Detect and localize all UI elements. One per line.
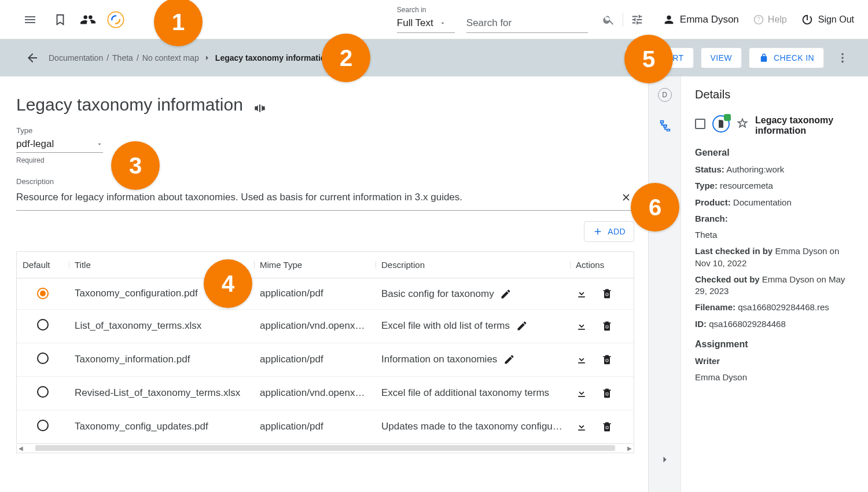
type-field: Type pdf-legal Required: [16, 126, 634, 164]
details-checkbox[interactable]: [695, 119, 705, 129]
help-button[interactable]: ? Help: [753, 14, 787, 25]
back-button[interactable]: [21, 46, 44, 69]
rename-icon[interactable]: [252, 101, 267, 116]
default-radio[interactable]: [37, 353, 49, 364]
download-button[interactable]: [576, 387, 587, 399]
more-vertical-icon: [836, 52, 849, 64]
row-description: Basic config for taxonomy: [376, 278, 570, 310]
row-mime: application/pdf: [254, 410, 376, 443]
rail-references-tab[interactable]: [656, 116, 674, 134]
table-row: Revised-List_of_taxonomy_terms.xlsx appl…: [17, 376, 634, 410]
star-icon: [737, 118, 748, 129]
edit-description-button[interactable]: [500, 288, 512, 300]
row-title: Revised-List_of_taxonomy_terms.xlsx: [69, 376, 254, 410]
row-mime: application/pdf: [254, 343, 376, 376]
type-value: pdf-legal: [16, 138, 54, 150]
svg-point-3: [841, 53, 844, 56]
details-title: Details: [695, 88, 854, 101]
crumb-context-map[interactable]: No context map: [142, 53, 199, 63]
search-input[interactable]: [466, 14, 588, 33]
view-button[interactable]: VIEW: [701, 47, 742, 68]
arrow-left-icon: [25, 51, 39, 65]
writer-value: Emma Dyson: [695, 372, 854, 383]
content-area: Legacy taxonomy information Type pdf-leg…: [0, 76, 648, 492]
delete-button[interactable]: [601, 288, 613, 299]
delete-button[interactable]: [601, 354, 613, 365]
collapse-panel-button[interactable]: [656, 450, 674, 469]
col-description[interactable]: Description: [376, 252, 570, 278]
help-icon: ?: [753, 14, 764, 25]
default-radio[interactable]: [37, 420, 49, 431]
group-icon[interactable]: [76, 8, 100, 31]
hamburger-menu-icon[interactable]: [19, 8, 42, 31]
right-rail: D: [649, 76, 681, 492]
signout-label: Sign Out: [818, 14, 854, 25]
row-mime: application/pdf: [254, 278, 376, 310]
edit-description-button[interactable]: [516, 320, 528, 332]
table-row: Taxonomy_config_updates.pdf application/…: [17, 410, 634, 443]
default-radio[interactable]: [37, 288, 49, 299]
delete-button[interactable]: [601, 387, 613, 399]
search-in-field[interactable]: Search in Full Text: [397, 6, 455, 33]
row-title: Taxonomy_configuration.pdf: [69, 278, 254, 310]
col-actions: Actions: [570, 252, 634, 278]
download-button[interactable]: [576, 320, 587, 332]
default-radio[interactable]: [37, 319, 49, 331]
edit-description-button[interactable]: [503, 354, 515, 365]
app-logo-icon[interactable]: [104, 8, 127, 31]
power-icon: [801, 13, 814, 26]
row-mime: application/vnd.openx…: [254, 309, 376, 343]
favorite-button[interactable]: [737, 118, 748, 129]
delete-button[interactable]: [601, 421, 613, 432]
signout-button[interactable]: Sign Out: [801, 13, 854, 26]
view-label: VIEW: [711, 53, 732, 63]
tune-icon[interactable]: [626, 8, 649, 31]
bookmark-icon[interactable]: [49, 8, 72, 31]
col-mime[interactable]: Mime Type: [254, 252, 376, 278]
col-title[interactable]: Title: [69, 252, 254, 278]
download-button[interactable]: [576, 421, 587, 432]
user-chip[interactable]: Emma Dyson: [663, 13, 739, 26]
top-bar: Search in Full Text Emma Dyson ? Help Si…: [0, 0, 868, 39]
checkin-button[interactable]: CHECK IN: [749, 47, 824, 68]
search-icon[interactable]: [597, 8, 620, 31]
crumb-theta[interactable]: Theta: [112, 53, 133, 63]
right-panel: D Details Legacy taxonomy information: [648, 76, 868, 492]
svg-text:?: ?: [757, 16, 760, 23]
default-radio[interactable]: [37, 386, 49, 398]
dropdown-icon: [439, 20, 446, 27]
add-button[interactable]: ADD: [584, 221, 634, 242]
download-button[interactable]: [576, 354, 587, 365]
row-description: Excel file with old list of terms: [376, 309, 570, 343]
context-bar: Documentation / Theta / No context map L…: [0, 39, 868, 76]
svg-point-5: [841, 61, 844, 63]
history-icon: [635, 53, 645, 63]
row-title: Taxonomy_config_updates.pdf: [69, 410, 254, 443]
type-select[interactable]: pdf-legal: [16, 135, 103, 153]
role-label: Writer: [695, 356, 720, 366]
chevron-right-icon: [203, 53, 212, 63]
description-text[interactable]: Resource for legacy information about ta…: [16, 192, 618, 203]
rail-details-tab[interactable]: D: [656, 86, 674, 104]
horizontal-scrollbar[interactable]: ◀▶: [16, 444, 634, 453]
revert-button[interactable]: REVERT: [625, 47, 694, 68]
assignment-section-label: Assignment: [695, 339, 854, 350]
col-default[interactable]: Default: [17, 252, 69, 278]
search-area: Search in Full Text: [397, 6, 588, 33]
details-panel: Details Legacy taxonomy information Gene…: [681, 76, 868, 492]
description-field: Description Resource for legacy informat…: [16, 177, 634, 211]
doc-type-icon: [712, 115, 730, 133]
page-title: Legacy taxonomy information: [16, 95, 243, 115]
download-button[interactable]: [576, 288, 587, 299]
lock-icon: [759, 53, 769, 63]
delete-button[interactable]: [601, 320, 613, 332]
table-row: Taxonomy_information.pdf application/pdf…: [17, 343, 634, 376]
user-name: Emma Dyson: [680, 14, 739, 25]
search-in-value: Full Text: [397, 17, 433, 29]
table-row: Taxonomy_configuration.pdf application/p…: [17, 278, 634, 310]
search-in-label: Search in: [397, 6, 455, 14]
clear-description-button[interactable]: [618, 189, 634, 205]
crumb-documentation[interactable]: Documentation: [49, 53, 103, 63]
type-helper: Required: [16, 156, 634, 164]
more-menu-button[interactable]: [831, 46, 854, 69]
